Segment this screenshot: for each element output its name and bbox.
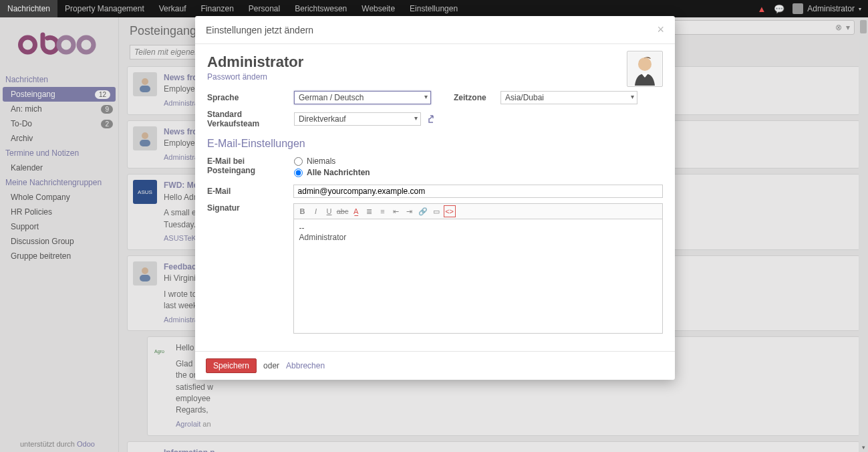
indent-button[interactable]: ⇥ [404, 205, 416, 217]
signature-editor: B I U abc A̲ ≣ ≡ ⇤ ⇥ 🔗 ▭ <> -- Administr… [293, 203, 663, 334]
modal-title: Einstellungen jetzt ändern [206, 25, 313, 35]
modal-overlay: Einstellungen jetzt ändern × Administrat… [0, 0, 868, 452]
radio-all[interactable]: Alle Nachrichten [294, 168, 370, 177]
underline-button[interactable]: U [323, 205, 335, 217]
rte-toolbar: B I U abc A̲ ≣ ≡ ⇤ ⇥ 🔗 ▭ <> [294, 204, 662, 219]
or-text: oder [263, 361, 279, 370]
close-icon[interactable]: × [657, 23, 664, 37]
ol-button[interactable]: ≡ [377, 205, 389, 217]
label-email-inbox: E-Mail bei Posteingang [207, 156, 287, 175]
settings-modal: Einstellungen jetzt ändern × Administrat… [195, 16, 675, 380]
label-timezone: Zeitzone [454, 93, 494, 102]
user-heading: Administrator [207, 53, 663, 71]
radio-all-input[interactable] [294, 168, 303, 177]
color-button[interactable]: A̲ [350, 205, 362, 217]
label-signature: Signatur [207, 203, 287, 213]
external-link-icon[interactable] [428, 114, 437, 124]
change-password-link[interactable]: Passwort ändern [207, 72, 267, 82]
ul-button[interactable]: ≣ [364, 205, 376, 217]
label-salesteam: Standard Verkaufsteam [207, 110, 287, 128]
bold-button[interactable]: B [297, 205, 309, 217]
strike-button[interactable]: abc [337, 205, 349, 217]
outdent-button[interactable]: ⇤ [390, 205, 402, 217]
radio-never[interactable]: Niemals [294, 156, 370, 166]
html-button[interactable]: <> [444, 205, 456, 217]
link-button[interactable]: 🔗 [417, 205, 429, 217]
image-button[interactable]: ▭ [430, 205, 442, 217]
label-language: Sprache [207, 93, 287, 102]
save-button[interactable]: Speichern [206, 358, 257, 373]
svg-point-16 [638, 58, 652, 71]
radio-never-input[interactable] [294, 157, 303, 166]
signature-body[interactable]: -- Administrator [294, 219, 662, 333]
user-avatar[interactable] [627, 51, 663, 87]
language-select[interactable]: German / Deutsch [294, 91, 431, 104]
salesteam-select[interactable]: Direktverkauf [294, 112, 421, 126]
italic-button[interactable]: I [310, 205, 322, 217]
email-input[interactable] [293, 185, 663, 198]
timezone-select[interactable]: Asia/Dubai [500, 91, 637, 104]
cancel-link[interactable]: Abbrechen [286, 361, 325, 370]
label-email: E-Mail [207, 187, 287, 196]
email-section-heading: E-Mail-Einstellungen [207, 138, 663, 150]
